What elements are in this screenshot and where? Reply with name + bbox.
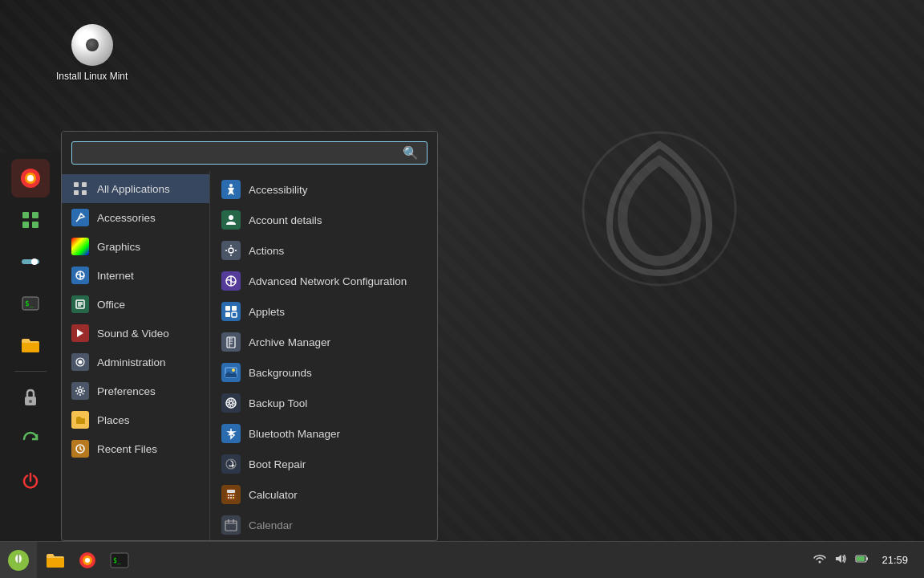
app-applets[interactable]: Applets: [210, 296, 437, 327]
recent-files-icon: [71, 440, 89, 458]
cat-sound-video-label: Sound & Video: [97, 328, 169, 340]
app-bluetooth[interactable]: Bluetooth Manager: [210, 418, 437, 449]
app-archive-manager-label: Archive Manager: [249, 336, 330, 348]
svg-rect-49: [225, 521, 237, 531]
app-backgrounds[interactable]: Backgrounds: [210, 357, 437, 388]
cat-preferences[interactable]: Preferences: [62, 377, 209, 405]
taskbar-terminal-btn[interactable]: $_: [104, 545, 135, 576]
files-sidebar-btn[interactable]: [11, 326, 50, 364]
applets-icon: [221, 302, 241, 321]
app-calculator[interactable]: Calculator: [210, 479, 437, 510]
taskbar-firefox-btn[interactable]: [72, 545, 103, 576]
cat-graphics[interactable]: Graphics: [62, 232, 209, 261]
cat-office[interactable]: Office: [62, 290, 209, 319]
lock-sidebar-btn[interactable]: [11, 378, 50, 417]
cat-sound-video[interactable]: Sound & Video: [62, 319, 209, 348]
network-icon[interactable]: [813, 552, 827, 568]
app-applets-label: Applets: [249, 306, 285, 318]
svg-text:$_: $_: [25, 299, 34, 307]
sound-video-icon: [71, 324, 89, 342]
taskbar: $_: [0, 541, 924, 578]
taskbar-start-btn[interactable]: [0, 542, 37, 579]
search-input[interactable]: [80, 147, 396, 160]
svg-point-48: [233, 497, 234, 499]
sidebar: $_: [0, 153, 61, 541]
app-backup-tool[interactable]: Backup Tool: [210, 388, 437, 418]
app-advanced-network[interactable]: Advanced Network Configuration: [210, 266, 437, 296]
search-input-wrap[interactable]: 🔍: [71, 141, 428, 165]
svg-rect-15: [82, 182, 87, 187]
app-account-details-label: Account details: [249, 214, 322, 226]
apps-panel: Accessibility Account details: [210, 171, 437, 540]
cat-recent-files[interactable]: Recent Files: [62, 434, 209, 463]
app-menu: 🔍 All Applications: [61, 131, 438, 541]
svg-rect-17: [82, 190, 87, 195]
update-sidebar-btn[interactable]: [11, 420, 50, 458]
svg-point-3: [27, 175, 34, 181]
app-accessibility[interactable]: Accessibility: [210, 174, 437, 205]
app-actions[interactable]: Actions: [210, 235, 437, 266]
power-sidebar-btn[interactable]: [11, 462, 50, 500]
taskbar-files-btn[interactable]: [40, 545, 71, 576]
graphics-icon: [71, 238, 89, 255]
cat-internet[interactable]: Internet: [62, 261, 209, 290]
terminal-sidebar-btn[interactable]: $_: [11, 284, 50, 323]
svg-rect-5: [32, 212, 38, 218]
svg-text:$_: $_: [113, 557, 121, 564]
svg-point-47: [230, 497, 232, 499]
svg-point-39: [228, 400, 234, 406]
app-calculator-label: Calculator: [249, 489, 298, 501]
cat-places[interactable]: Places: [62, 405, 209, 434]
internet-icon: [71, 267, 89, 284]
app-account-details[interactable]: Account details: [210, 205, 437, 235]
volume-icon[interactable]: [833, 552, 848, 568]
calculator-icon: [221, 485, 241, 504]
app-advanced-network-label: Advanced Network Configuration: [249, 275, 407, 287]
search-bar: 🔍: [62, 132, 437, 171]
clock[interactable]: 21:59: [875, 554, 914, 566]
svg-rect-29: [225, 306, 230, 311]
svg-point-23: [79, 389, 82, 393]
power-manager-icon[interactable]: [854, 552, 869, 568]
app-archive-manager[interactable]: Archive Manager: [210, 327, 437, 357]
app-boot-repair[interactable]: Boot Repair: [210, 449, 437, 479]
cat-recent-files-label: Recent Files: [97, 443, 157, 455]
accessibility-icon: [221, 180, 241, 199]
install-icon-label: Install Linux Mint: [56, 71, 128, 82]
calendar-icon: [221, 515, 241, 535]
svg-rect-58: [866, 557, 868, 560]
all-applications-icon: [71, 180, 89, 197]
menu-body: All Applications Accessories Graphics: [62, 171, 437, 540]
advanced-network-icon: [221, 271, 241, 291]
svg-rect-31: [225, 312, 230, 317]
account-details-icon: [221, 210, 241, 230]
svg-point-36: [232, 368, 235, 372]
svg-point-9: [31, 258, 38, 265]
administration-icon: [71, 353, 89, 371]
svg-rect-7: [32, 222, 38, 228]
toggle-sidebar-btn[interactable]: [11, 242, 50, 281]
app-backgrounds-label: Backgrounds: [249, 367, 312, 379]
apps-grid-sidebar-btn[interactable]: [11, 201, 50, 239]
app-calendar[interactable]: Calendar: [210, 510, 437, 540]
cat-administration[interactable]: Administration: [62, 348, 209, 377]
cat-accessories[interactable]: Accessories: [62, 203, 209, 232]
cat-all-applications[interactable]: All Applications: [62, 174, 209, 203]
archive-manager-icon: [221, 332, 241, 352]
systray: 21:59: [803, 552, 924, 568]
svg-point-43: [228, 495, 229, 496]
svg-rect-4: [22, 212, 29, 218]
firefox-sidebar-btn[interactable]: [11, 159, 50, 197]
actions-icon: [221, 241, 241, 260]
boot-repair-icon: [221, 454, 241, 474]
cat-accessories-label: Accessories: [97, 212, 156, 224]
install-linux-mint-icon[interactable]: Install Linux Mint: [56, 24, 128, 82]
svg-point-21: [79, 360, 83, 364]
cat-graphics-label: Graphics: [97, 241, 140, 253]
cat-administration-label: Administration: [97, 356, 166, 368]
cat-internet-label: Internet: [97, 270, 134, 282]
svg-point-46: [228, 497, 229, 499]
svg-rect-42: [227, 490, 235, 493]
svg-rect-6: [22, 222, 29, 228]
categories-panel: All Applications Accessories Graphics: [62, 171, 210, 540]
